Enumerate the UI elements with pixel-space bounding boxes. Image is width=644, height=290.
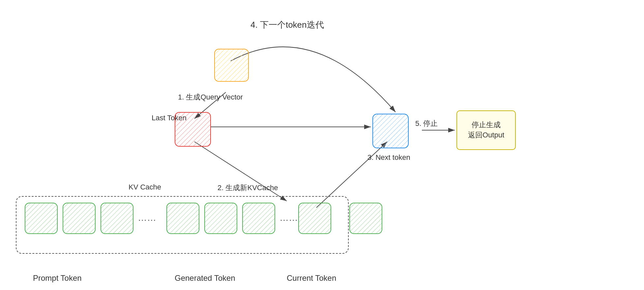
svg-rect-17 (101, 203, 133, 233)
svg-rect-27 (350, 203, 382, 233)
current-token-box (298, 203, 331, 234)
step1-label: 1. 生成Query Vector (178, 92, 243, 102)
generated-token-box-2 (204, 203, 237, 234)
next-token-orange-box (214, 49, 249, 82)
diagram-container: 4. 下一个token迭代 1. 生成Query Vector Last Tok… (0, 0, 644, 290)
svg-rect-15 (63, 203, 95, 233)
step5-label: 5. 停止 (415, 119, 438, 129)
svg-rect-21 (205, 203, 237, 233)
svg-rect-13 (25, 203, 57, 233)
svg-rect-9 (175, 113, 210, 146)
ellipsis-1: …… (138, 213, 156, 223)
svg-rect-23 (243, 203, 275, 233)
step4-label: 4. 下一个token迭代 (250, 19, 324, 31)
prompt-token-bottom-label: Prompt Token (33, 274, 82, 283)
prompt-token-box-3 (101, 203, 133, 234)
generated-token-box-3 (242, 203, 275, 234)
output-line1: 停止生成 (468, 120, 504, 130)
generated-token-bottom-label: Generated Token (175, 274, 235, 283)
prompt-token-box-2 (63, 203, 96, 234)
last-token-red-box (175, 112, 211, 147)
step2-label: 2. 生成新KVCache (218, 183, 278, 193)
output-line2: 返回Output (468, 130, 504, 140)
step3-label: 3. Next token (367, 153, 410, 162)
generated-token-box-1 (166, 203, 199, 234)
attention-output-blue-box (372, 114, 409, 148)
svg-rect-7 (215, 49, 248, 81)
current-token-bottom-label: Current Token (287, 274, 336, 283)
new-kv-entry-box (349, 203, 382, 234)
prompt-token-box-1 (25, 203, 58, 234)
svg-rect-19 (167, 203, 199, 233)
svg-rect-11 (373, 114, 408, 148)
svg-rect-25 (299, 203, 331, 233)
output-box: 停止生成 返回Output (456, 110, 516, 150)
kv-cache-label: KV Cache (129, 183, 161, 191)
ellipsis-2: …… (279, 213, 298, 223)
